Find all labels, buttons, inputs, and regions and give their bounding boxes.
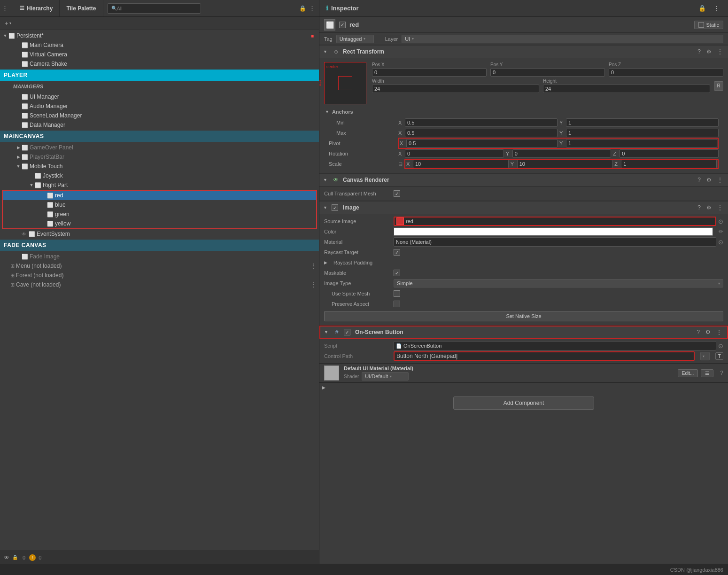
- tree-item-ui-manager[interactable]: ▶ ⬜ UI Manager: [0, 92, 319, 101]
- anchors-collapse[interactable]: ▼: [325, 109, 329, 114]
- tree-item-blue[interactable]: ▶ ⬜ blue: [3, 200, 316, 210]
- source-image-field[interactable]: red: [394, 217, 716, 226]
- img-help-icon[interactable]: ?: [696, 204, 702, 211]
- tree-item-forest[interactable]: ▶ ⊞ Forest (not loaded): [0, 271, 319, 280]
- cr-dots-icon[interactable]: ⋮: [716, 177, 724, 183]
- pos-y-input[interactable]: [490, 68, 605, 77]
- add-btn[interactable]: + ▾: [3, 19, 13, 28]
- tree-item-menu[interactable]: ▶ ⊞ Menu (not loaded) ⋮: [0, 261, 319, 271]
- source-image-select-icon[interactable]: ⊙: [718, 218, 723, 225]
- tab-hierarchy[interactable]: ☰ Hierarchy: [13, 0, 60, 16]
- img-dots-icon[interactable]: ⋮: [716, 204, 724, 211]
- tree-item-yellow[interactable]: ▶ ⬜ yellow: [3, 219, 316, 228]
- material-select-icon[interactable]: ⊙: [718, 239, 723, 246]
- pivot-x-input[interactable]: [406, 139, 558, 148]
- pos-z-input[interactable]: [609, 68, 723, 77]
- width-input[interactable]: [372, 85, 539, 93]
- scale-x-input[interactable]: [413, 160, 509, 168]
- tree-item-camera-shake[interactable]: ▶ ⬜ Camera Shake: [0, 59, 319, 69]
- add-component-button[interactable]: Add Component: [453, 396, 594, 410]
- rt-settings-icon[interactable]: ⚙: [705, 48, 713, 55]
- script-select-icon[interactable]: ⊙: [718, 342, 723, 350]
- cr-settings-icon[interactable]: ⚙: [705, 177, 713, 183]
- shader-dropdown[interactable]: UI/Default ▾: [362, 372, 409, 381]
- osb-help-icon[interactable]: ?: [695, 329, 701, 335]
- tree-item-scene-manager[interactable]: ▶ ⬜ SceneLoad Manager: [0, 111, 319, 120]
- script-input[interactable]: 📄 OnScreenButton: [394, 341, 716, 350]
- pos-x-input[interactable]: [372, 68, 487, 77]
- tree-item-right-part[interactable]: ▼ ⬜ Right Part: [0, 180, 319, 190]
- image-enabled-checkbox[interactable]: [332, 204, 338, 211]
- rt-dots-icon[interactable]: ⋮: [716, 48, 724, 55]
- color-picker-icon[interactable]: ✏: [719, 228, 723, 235]
- rt-help-icon[interactable]: ?: [696, 48, 702, 55]
- img-settings-icon[interactable]: ⚙: [705, 204, 713, 211]
- image-header[interactable]: ▼ Image ? ⚙ ⋮: [319, 201, 728, 214]
- tree-item-mobile-touch[interactable]: ▼ ⬜ Mobile Touch: [0, 162, 319, 171]
- tree-item-gameover-panel[interactable]: ▶ ⬜ GameOver Panel: [0, 143, 319, 152]
- on-screen-button-header[interactable]: ▼ # On-Screen Button ? ⚙ ⋮: [319, 326, 728, 339]
- tree-item-player-stat-bar[interactable]: ▶ ⬜ PlayerStatBar: [0, 152, 319, 162]
- tree-item-data-manager[interactable]: ▶ ⬜ Data Manager: [0, 120, 319, 130]
- height-input[interactable]: [543, 85, 710, 93]
- osb-settings-icon[interactable]: ⚙: [704, 329, 712, 335]
- menu-dots[interactable]: ⋮: [310, 263, 316, 269]
- scale-y-input[interactable]: [517, 160, 613, 168]
- raycast-target-checkbox[interactable]: [394, 249, 400, 256]
- static-button[interactable]: Static: [694, 21, 723, 29]
- tree-item-virtual-camera[interactable]: ▶ ⬜ Virtual Camera: [0, 50, 319, 59]
- sprite-mesh-checkbox[interactable]: [394, 290, 400, 297]
- maskable-checkbox[interactable]: [394, 270, 400, 276]
- inspector-tab[interactable]: ℹ Inspector: [326, 5, 359, 12]
- anchor-min-x-input[interactable]: [405, 118, 558, 127]
- tree-item-joystick[interactable]: ▶ ⬜ Joystick: [0, 171, 319, 180]
- control-path-dropdown[interactable]: ▾: [700, 352, 710, 360]
- rot-z-input[interactable]: [620, 149, 719, 158]
- hierarchy-lock-icon[interactable]: 🔒: [299, 5, 306, 12]
- scale-z-input[interactable]: [621, 160, 717, 168]
- rot-y-input[interactable]: [512, 149, 612, 158]
- anchor-max-x-input[interactable]: [405, 129, 558, 137]
- rect-transform-header[interactable]: ▼ ⊕ Rect Transform ? ⚙ ⋮: [319, 45, 728, 58]
- anchor-max-y-input[interactable]: [566, 129, 719, 137]
- control-path-t-btn[interactable]: T: [715, 352, 723, 360]
- material-input[interactable]: None (Material): [394, 237, 716, 247]
- tree-item-audio-manager[interactable]: ▶ ⬜ Audio Manager: [0, 101, 319, 111]
- edit-material-btn[interactable]: Edit...: [678, 369, 698, 377]
- tab-tile-palette[interactable]: Tile Palette: [60, 0, 103, 16]
- tree-item-cave[interactable]: ▶ ⊞ Cave (not loaded) ⋮: [0, 280, 319, 289]
- object-active-checkbox[interactable]: [339, 22, 346, 28]
- tag-dropdown[interactable]: Untagged ▾: [336, 35, 374, 43]
- tree-item-persistent[interactable]: ▼ ⬜ Persistent* ■: [0, 31, 319, 40]
- eye-btn[interactable]: 👁: [4, 554, 9, 561]
- tree-item-event-system[interactable]: ▶ 👁 ⬜ EventSystem: [0, 229, 319, 239]
- rot-x-input[interactable]: [405, 149, 504, 158]
- osb-enabled-checkbox[interactable]: [344, 329, 350, 335]
- cull-mesh-checkbox[interactable]: [394, 190, 400, 197]
- tree-item-fade-image[interactable]: ▶ ⬜ Fade Image: [0, 252, 319, 261]
- hierarchy-dots-icon[interactable]: ⋮: [309, 5, 315, 12]
- tree-item-green[interactable]: ▶ ⬜ green: [3, 210, 316, 219]
- inspector-lock-icon[interactable]: 🔒: [697, 4, 708, 13]
- material-list-btn[interactable]: ☰: [701, 369, 713, 377]
- pivot-y-input[interactable]: [566, 139, 717, 148]
- material-help-icon[interactable]: ?: [720, 370, 723, 376]
- mat-expand-arrow[interactable]: ▶: [322, 385, 325, 390]
- control-path-field[interactable]: Button North [Gamepad]: [394, 351, 695, 361]
- r-button[interactable]: R: [714, 81, 723, 91]
- static-checkbox[interactable]: [698, 22, 704, 28]
- cr-help-icon[interactable]: ?: [696, 177, 702, 183]
- anchor-visual[interactable]: center top: [324, 62, 366, 104]
- hierarchy-menu-btn[interactable]: ⋮: [0, 4, 13, 13]
- osb-dots-icon[interactable]: ⋮: [715, 329, 723, 335]
- color-field[interactable]: [394, 227, 713, 236]
- layer-dropdown[interactable]: UI ▾: [402, 35, 723, 43]
- search-input[interactable]: [117, 6, 197, 11]
- preserve-aspect-checkbox[interactable]: [394, 301, 400, 307]
- search-box[interactable]: 🔍: [107, 3, 201, 14]
- anchor-min-y-input[interactable]: [566, 118, 719, 127]
- set-native-size-btn[interactable]: Set Native Size: [324, 311, 723, 321]
- tree-item-red[interactable]: ▶ ⬜ red: [3, 191, 316, 200]
- inspector-dots-icon[interactable]: ⋮: [712, 4, 721, 13]
- cave-dots[interactable]: ⋮: [310, 281, 316, 288]
